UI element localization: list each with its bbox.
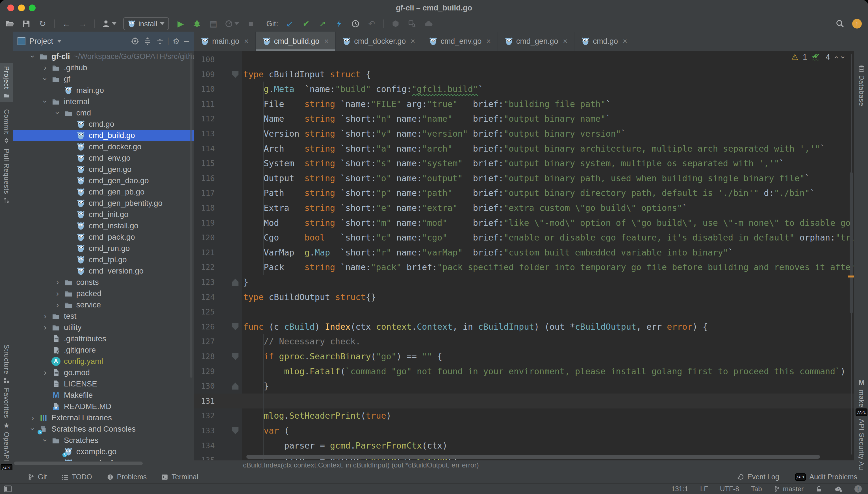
- inspection-widget[interactable]: ⚠ 1 ✔✔~~ 4 › ›: [791, 53, 844, 62]
- fold-marker-icon[interactable]: [232, 382, 238, 390]
- code-with-me-icon[interactable]: ?: [834, 485, 843, 493]
- toolwindow-git[interactable]: Git: [28, 473, 47, 481]
- tool-stripe-project[interactable]: Project: [0, 63, 13, 102]
- tool-stripe-api-security-audit[interactable]: /API API Security Audit: [855, 408, 868, 478]
- tree-item-cmd_run.go[interactable]: cmd_run.go: [13, 243, 194, 254]
- chevron-expanded-icon[interactable]: ›: [27, 52, 38, 61]
- tool-stripe-favorites[interactable]: Favorites ★: [0, 388, 13, 430]
- layout-icon[interactable]: [0, 485, 12, 493]
- chevron-expanded-icon[interactable]: ›: [39, 97, 51, 106]
- fold-marker-icon[interactable]: [232, 353, 238, 360]
- editor-tab-cmd.go[interactable]: cmd.go×: [575, 32, 634, 51]
- tree-item-main.go[interactable]: main.go: [13, 85, 194, 96]
- tree-item-internal[interactable]: ›internal: [13, 96, 194, 107]
- next-problem-icon[interactable]: ›: [838, 56, 847, 58]
- open-icon[interactable]: [5, 18, 15, 30]
- tree-item-Scratches[interactable]: ›Scratches: [13, 435, 194, 446]
- chevron-collapsed-icon[interactable]: ›: [52, 289, 63, 298]
- git-branch-widget[interactable]: master: [774, 485, 803, 493]
- run-configuration-select[interactable]: install: [123, 17, 169, 30]
- close-icon[interactable]: ×: [411, 37, 415, 46]
- search-everywhere-icon[interactable]: [835, 18, 845, 30]
- tree-item-cmd_install.go[interactable]: cmd_install.go: [13, 220, 194, 231]
- tree-item-Makefile[interactable]: MMakefile: [13, 390, 194, 401]
- tree-item-cmd_gen_pbentity.go[interactable]: cmd_gen_pbentity.go: [13, 197, 194, 209]
- code-line-121[interactable]: 121 VarMap g.Map `short:"r" name:"varMap…: [194, 245, 854, 260]
- tree-item-gf-cli[interactable]: ›gf-cli~/Workspace/Go/GOPATH/src/github: [13, 51, 194, 62]
- fold-marker-icon[interactable]: [232, 279, 238, 286]
- code-line-126[interactable]: 126func (c cBuild) Index(ctx context.Con…: [194, 319, 854, 334]
- ide-update-icon[interactable]: ↑: [852, 19, 862, 28]
- chevron-collapsed-icon[interactable]: ›: [39, 63, 51, 72]
- code-line-113[interactable]: 113 Version string `short:"v" name:"vers…: [194, 126, 854, 141]
- code-line-116[interactable]: 116 Output string `short:"o" name:"outpu…: [194, 171, 854, 186]
- code-line-134[interactable]: 134 parser = gcmd.ParserFromCtx(ctx): [194, 438, 854, 453]
- tree-item-cmd_init.go[interactable]: cmd_init.go: [13, 209, 194, 220]
- code-line-132[interactable]: 132 mlog.SetHeaderPrint(true): [194, 408, 854, 423]
- indent-style[interactable]: Tab: [751, 485, 762, 493]
- tree-item-cmd_pack.go[interactable]: cmd_pack.go: [13, 231, 194, 243]
- project-tree-horizontal-scrollbar[interactable]: [14, 461, 143, 465]
- code-line-111[interactable]: 111 File string `name:"FILE" arg:"true" …: [194, 97, 854, 112]
- code-line-109[interactable]: 109type cBuildInput struct {: [194, 67, 854, 82]
- code-line-123[interactable]: 123}: [194, 275, 854, 290]
- chevron-collapsed-icon[interactable]: ›: [39, 312, 51, 321]
- tree-item-example_1.go[interactable]: example_1.go: [13, 457, 194, 461]
- git-push-icon[interactable]: ↗: [318, 18, 327, 30]
- code-line-118[interactable]: 118 Extra string `short:"e" name:"extra"…: [194, 201, 854, 215]
- chevron-collapsed-icon[interactable]: ›: [52, 278, 63, 287]
- collapse-all-icon[interactable]: [156, 37, 164, 45]
- code-line-114[interactable]: 114 Arch string `short:"a" name:"arch" b…: [194, 141, 854, 156]
- tree-item-LICENSE[interactable]: LICENSE: [13, 378, 194, 390]
- tree-item-cmd_gen_pb.go[interactable]: cmd_gen_pb.go: [13, 186, 194, 197]
- close-icon[interactable]: ×: [324, 37, 329, 46]
- close-icon[interactable]: ×: [623, 37, 627, 46]
- tree-item-cmd[interactable]: ›cmd: [13, 107, 194, 118]
- tree-item-cmd_gen.go[interactable]: cmd_gen.go: [13, 164, 194, 175]
- git-fetch-icon[interactable]: [334, 18, 344, 30]
- toolwindow-audit-problems[interactable]: /API Audit Problems: [795, 473, 857, 481]
- git-update-icon[interactable]: ↙: [285, 18, 295, 30]
- editor-tab-cmd_env.go[interactable]: cmd_env.go×: [422, 32, 498, 51]
- history-icon[interactable]: [351, 18, 360, 30]
- code-line-124[interactable]: 124type cBuildOutput struct{}: [194, 290, 854, 305]
- chevron-expanded-icon[interactable]: ›: [39, 436, 51, 445]
- sync-icon[interactable]: ↻: [38, 18, 48, 30]
- save-icon[interactable]: [21, 18, 31, 30]
- tree-item-config.yaml[interactable]: Aconfig.yaml: [13, 356, 194, 367]
- tree-item-README.MD[interactable]: MDREADME.MD: [13, 401, 194, 412]
- code-line-119[interactable]: 119 Mod string `short:"m" name:"mod" bri…: [194, 215, 854, 230]
- tree-item-example.go[interactable]: example.go: [13, 446, 194, 457]
- tree-item-utility[interactable]: ›utility: [13, 322, 194, 333]
- user-profile-icon[interactable]: [102, 18, 116, 30]
- tree-item-packed[interactable]: ›packed: [13, 288, 194, 299]
- code-line-133[interactable]: 133 var (: [194, 423, 854, 438]
- chevron-collapsed-icon[interactable]: ›: [27, 413, 38, 422]
- tool-stripe-database[interactable]: Database: [855, 65, 868, 107]
- editor-horizontal-scrollbar[interactable]: [247, 455, 820, 459]
- tree-item-cmd_version.go[interactable]: cmd_version.go: [13, 265, 194, 277]
- chevron-expanded-icon[interactable]: ›: [39, 75, 51, 83]
- git-commit-icon[interactable]: ✔: [302, 18, 311, 30]
- code-line-117[interactable]: 117 Path string `short:"p" name:"path" b…: [194, 186, 854, 201]
- close-icon[interactable]: ×: [486, 37, 491, 46]
- code-line-128[interactable]: 128 if gproc.SearchBinary("go") == "" {: [194, 349, 854, 364]
- editor-tab-main.go[interactable]: main.go×: [194, 32, 256, 51]
- code-line-122[interactable]: 122 Pack string `name:"pack" brief:"pack…: [194, 260, 854, 275]
- project-tool-window-header[interactable]: Project ⚙: [13, 32, 194, 51]
- tree-item-gf[interactable]: ›gf: [13, 73, 194, 85]
- code-line-112[interactable]: 112 Name string `short:"n" name:"name" b…: [194, 111, 854, 126]
- tool-stripe-make[interactable]: M make: [855, 378, 868, 407]
- tool-stripe-commit[interactable]: Commit: [0, 109, 13, 144]
- tree-item-cmd_gen_dao.go[interactable]: cmd_gen_dao.go: [13, 175, 194, 186]
- tree-item-consts[interactable]: ›consts: [13, 277, 194, 288]
- code-line-108[interactable]: 108: [194, 52, 854, 67]
- close-icon[interactable]: ×: [563, 37, 568, 46]
- fold-marker-icon[interactable]: [232, 323, 238, 330]
- chevron-collapsed-icon[interactable]: ›: [39, 368, 51, 377]
- fold-marker-icon[interactable]: [232, 71, 238, 78]
- code-line-125[interactable]: 125: [194, 304, 854, 319]
- editor-tab-cmd_build.go[interactable]: cmd_build.go×: [256, 32, 336, 51]
- tree-item-External Libraries[interactable]: ›External Libraries: [13, 412, 194, 423]
- unlock-icon[interactable]: [815, 486, 822, 492]
